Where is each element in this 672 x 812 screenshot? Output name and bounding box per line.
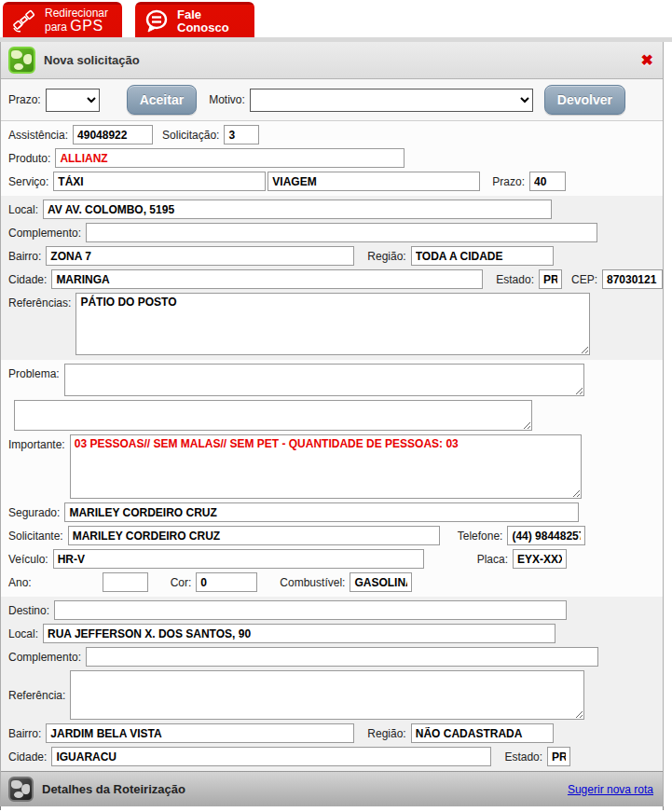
bairro-label: Bairro: (8, 250, 41, 263)
routing-details-header: Detalhes da Roteirização Sugerir nova ro… (1, 771, 663, 806)
destino-estado-label: Estado: (504, 750, 542, 764)
gps-button-label: Redirecionar para GPS (45, 7, 108, 34)
assistencia-label: Assistência: (8, 129, 68, 142)
cep-label: CEP: (571, 273, 597, 286)
veiculo-label: Veículo: (8, 553, 48, 566)
solicitacao-input[interactable] (224, 125, 259, 145)
veiculo-input[interactable] (53, 549, 424, 569)
prazo-label: Prazo: (492, 175, 525, 188)
destino-cidade-label: Cidade: (8, 750, 47, 764)
ano-label: Ano: (8, 576, 32, 589)
regiao-label: Região: (367, 250, 405, 263)
destino-complemento-label: Complemento: (8, 651, 81, 664)
redirect-to-gps-button[interactable]: Redirecionar para GPS (3, 2, 122, 40)
satellite-icon (10, 7, 38, 35)
local-label: Local: (8, 203, 38, 216)
accept-button[interactable]: Aceitar (127, 85, 197, 115)
contact-us-button[interactable]: Fale Conosco (135, 2, 254, 40)
solicitacao-label: Solicitação: (162, 129, 219, 142)
destino-label: Destino: (8, 604, 49, 617)
section-destination: Destino: Local: Complemento: Referência:… (1, 597, 663, 771)
prazo-input[interactable] (529, 172, 566, 191)
solicitante-input[interactable] (68, 526, 440, 545)
importante-textarea[interactable]: 03 PESSOAS// SEM MALAS// SEM PET - QUANT… (70, 434, 582, 499)
new-request-panel: Nova solicitação ✖ Prazo: Aceitar Motivo… (0, 42, 664, 806)
page-title: Nova solicitação (44, 53, 140, 67)
estado-input[interactable] (539, 269, 562, 289)
ano-input[interactable] (103, 572, 148, 592)
tab-bar-bottom-strip (0, 37, 672, 42)
produto-label: Produto: (8, 152, 50, 165)
cor-label: Cor: (171, 576, 192, 589)
destino-bairro-input[interactable] (46, 723, 354, 743)
panel-header: Nova solicitação ✖ (1, 42, 663, 79)
motivo-select-label: Motivo: (209, 93, 245, 106)
problema-textarea[interactable] (64, 364, 584, 396)
servico-label: Serviço: (8, 175, 48, 188)
extra-note-textarea[interactable] (14, 400, 532, 431)
telefone-label: Telefone: (458, 530, 503, 543)
estado-label: Estado: (496, 273, 534, 286)
placa-label: Placa: (477, 553, 508, 566)
telefone-input[interactable] (507, 526, 585, 545)
destino-estado-input[interactable] (547, 747, 570, 766)
cep-input[interactable] (602, 269, 663, 289)
cor-input[interactable] (196, 572, 257, 592)
local-input[interactable] (43, 200, 552, 219)
top-tab-bar: Redirecionar para GPS Fale Conosco (0, 0, 672, 42)
contact-button-label: Fale Conosco (177, 8, 229, 34)
destino-local-label: Local: (8, 627, 38, 640)
section-identification: Assistência: Solicitação: Produto: Servi… (1, 121, 663, 196)
destino-bairro-label: Bairro: (8, 727, 41, 740)
suggest-new-route-link[interactable]: Sugerir nova rota (568, 783, 653, 796)
regiao-input[interactable] (411, 246, 554, 266)
importante-label: Importante: (8, 434, 65, 451)
action-toolbar: Prazo: Aceitar Motivo: Devolver (1, 79, 663, 121)
prazo-select-label: Prazo: (8, 93, 41, 106)
destino-cidade-input[interactable] (51, 747, 491, 766)
routing-content-strip (0, 806, 664, 810)
combustivel-label: Combustível: (280, 576, 345, 589)
return-button[interactable]: Devolver (544, 85, 625, 115)
destino-referencia-label: Referência: (8, 689, 65, 702)
destino-local-input[interactable] (43, 624, 555, 643)
complemento-input[interactable] (86, 223, 597, 242)
segurado-input[interactable] (64, 502, 579, 522)
assistencia-input[interactable] (73, 125, 153, 145)
cidade-input[interactable] (51, 269, 483, 289)
motivo-select[interactable] (250, 89, 533, 112)
servico-type-input[interactable] (267, 172, 480, 191)
bairro-input[interactable] (46, 246, 354, 266)
destino-regiao-label: Região: (367, 727, 405, 740)
segurado-label: Segurado: (8, 506, 60, 519)
destino-input[interactable] (54, 600, 567, 620)
cidade-label: Cidade: (8, 273, 47, 286)
placa-input[interactable] (513, 549, 567, 569)
problema-label: Problema: (8, 364, 60, 380)
destino-regiao-input[interactable] (411, 723, 554, 743)
routing-details-title: Detalhes da Roteirização (42, 782, 185, 796)
globe-dark-icon (8, 777, 34, 802)
prazo-select[interactable] (46, 89, 100, 112)
globe-icon (8, 47, 35, 74)
produto-input[interactable] (55, 148, 405, 168)
referencias-label: Referências: (8, 293, 71, 310)
destino-referencia-textarea[interactable] (70, 670, 584, 720)
solicitante-label: Solicitante: (8, 530, 63, 543)
close-icon[interactable]: ✖ (641, 53, 653, 68)
section-origin-address: Local: Complemento: Bairro: Região: Cida… (1, 196, 663, 360)
complemento-label: Complemento: (8, 227, 81, 240)
destino-complemento-input[interactable] (86, 647, 598, 667)
referencias-textarea[interactable]: PÁTIO DO POSTO (75, 293, 590, 355)
combustivel-input[interactable] (350, 572, 412, 592)
speech-bubble-icon (143, 7, 171, 35)
section-problem-people: Problema: Importante: 03 PESSOAS// SEM M… (1, 360, 663, 597)
servico-input[interactable] (53, 172, 266, 191)
